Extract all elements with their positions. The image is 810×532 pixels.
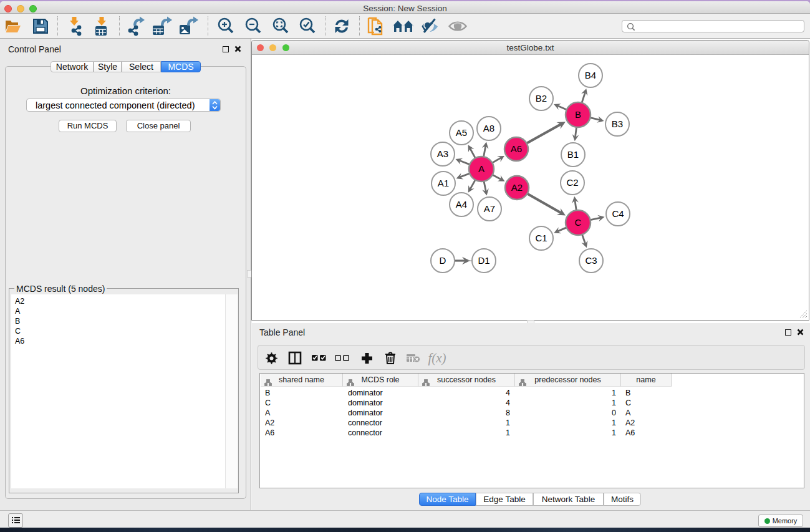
svg-text:B3: B3 xyxy=(612,118,623,129)
svg-text:A4: A4 xyxy=(456,199,467,210)
svg-text:C: C xyxy=(575,217,582,228)
svg-text:B1: B1 xyxy=(567,149,579,160)
svg-text:A: A xyxy=(478,163,485,174)
svg-text:B2: B2 xyxy=(536,93,547,104)
svg-text:C3: C3 xyxy=(585,255,597,266)
svg-text:C2: C2 xyxy=(566,177,578,188)
svg-text:A8: A8 xyxy=(483,123,494,133)
svg-text:B4: B4 xyxy=(585,70,596,80)
svg-text:A6: A6 xyxy=(511,143,522,154)
svg-text:A5: A5 xyxy=(456,127,467,138)
svg-text:C1: C1 xyxy=(535,233,547,243)
svg-text:C4: C4 xyxy=(612,208,624,219)
svg-text:A3: A3 xyxy=(437,148,448,159)
svg-text:A2: A2 xyxy=(511,182,523,193)
svg-text:A1: A1 xyxy=(438,178,449,188)
svg-text:B: B xyxy=(575,109,581,120)
svg-text:A7: A7 xyxy=(484,203,495,214)
svg-text:D1: D1 xyxy=(478,255,489,266)
svg-text:D: D xyxy=(440,255,446,266)
